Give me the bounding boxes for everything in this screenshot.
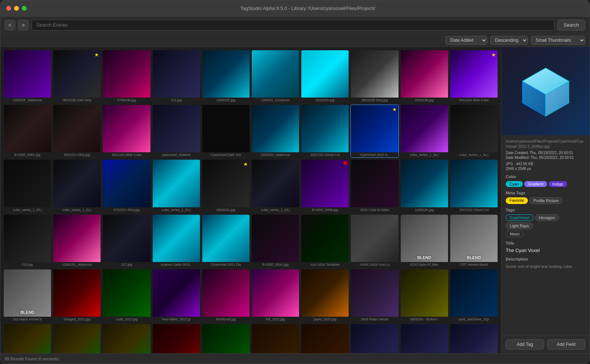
list-item[interactable]: ★ 091222A Blob Cube (450, 50, 498, 103)
blend-label: BLEND (467, 255, 481, 260)
back-button[interactable]: < (5, 20, 15, 30)
color-tag-indigo[interactable]: Indigo (549, 181, 567, 187)
add-tag-button[interactable]: Add Tag (506, 339, 544, 350)
list-item[interactable]: 120922K.jpg (400, 159, 448, 212)
list-item[interactable]: 120922E.jpg (202, 50, 250, 103)
list-item[interactable]: Post 13.png (301, 324, 349, 353)
list-item[interactable]: 120922G_Watermar (53, 214, 101, 268)
list-item[interactable]: cube_series_1_02.j (152, 159, 200, 212)
thumb-label: 091222A Blob Cube (450, 98, 498, 103)
list-item[interactable]: piano_2022.jpg (301, 269, 349, 322)
thumb-label: B-SIDE_003A.jpg (252, 262, 299, 267)
list-item[interactable]: 031523B.jpg (400, 50, 448, 103)
list-item[interactable]: ★ 050623A.jpg (202, 159, 250, 212)
list-item[interactable]: CyanVoxel Dark Vox (202, 105, 250, 158)
list-item[interactable]: 031523A.jpg (301, 50, 349, 103)
thumb-image (450, 324, 498, 353)
add-field-button[interactable]: Add Field (547, 339, 586, 350)
list-item[interactable]: AAA 1024 Template (301, 214, 349, 268)
list-item[interactable]: perk_machines_32p (450, 269, 498, 322)
list-item[interactable]: Post 11.png (202, 324, 250, 353)
list-item[interactable]: Kyanos Caste 0910.. (152, 214, 200, 268)
thumb-image (103, 215, 150, 262)
list-item[interactable]: cube_series_1_06.j (400, 105, 448, 158)
traffic-lights (6, 6, 27, 11)
search-button[interactable]: Search (557, 20, 585, 31)
tag-cyanvoxel[interactable]: CyanVoxel (506, 214, 533, 221)
meta-tag-profile-picture[interactable]: Profile Picture (529, 197, 563, 204)
list-item[interactable]: cube_series_1_05.j (3, 159, 51, 212)
list-item[interactable]: 222.jpg (152, 50, 200, 103)
list-item[interactable]: GIF cyanvoxel_dot_mat (102, 324, 150, 353)
maximize-button[interactable] (22, 6, 27, 11)
list-item[interactable]: charged_2022.jpg (53, 269, 101, 322)
minimize-button[interactable] (14, 6, 19, 11)
list-item[interactable]: GIF cyanvoxel_mono_cr (53, 324, 101, 353)
thumb-label: cube_series_1_01.j (53, 207, 101, 212)
sort-dir-select[interactable]: Descending Ascending (490, 36, 528, 45)
list-item[interactable]: 217.jpg (102, 214, 150, 268)
thumb-label: charged_2022.jpg (53, 317, 101, 322)
list-item[interactable]: ★ 082322B Dark Dirty (53, 50, 101, 103)
list-item[interactable]: code_2022.jpg (102, 269, 150, 322)
list-item[interactable]: Skull Plates Vector (350, 269, 399, 322)
list-item[interactable]: 091222A Blob Cube (102, 105, 150, 158)
list-item[interactable]: thumbnail.jpg (202, 269, 250, 322)
list-item[interactable]: 120922H_Watermar (251, 105, 299, 158)
list-item[interactable]: 072222A Dirty.jpg (102, 159, 150, 212)
tag-light-rays[interactable]: Light Rays (506, 222, 533, 229)
list-item[interactable]: ★ CyanVoxel 2022-3... (350, 105, 399, 158)
list-item[interactable]: AGNC-2018 Icon Lo (350, 214, 399, 268)
list-item[interactable]: GIF retro_pc_green@3x (3, 324, 51, 353)
star-badge: ★ (491, 52, 496, 58)
list-item[interactable]: Post 9.png (152, 324, 200, 353)
list-item[interactable]: BLEND Dot Matrix Printer.b (3, 269, 51, 322)
list-item[interactable]: 080920A - Broken I (400, 269, 448, 322)
list-item[interactable]: BLEND CRT Monitor.blend (450, 214, 498, 268)
meta-tag-favorite[interactable]: Favorite (506, 197, 528, 204)
list-item[interactable]: B-SIDE_003A.jpg (251, 214, 299, 268)
gallery-panel[interactable]: 120922F_Watermar ★ 082322B Dark Dirty 07… (0, 47, 501, 353)
view-mode-select[interactable]: Small Thumbnails Medium Thumbnails Large… (531, 36, 585, 45)
results-text: 89 Results Found (0 seconds) (5, 357, 59, 361)
list-item[interactable]: 081022A Dirty.jpg (53, 105, 101, 158)
thumb-image (103, 269, 150, 317)
list-item[interactable]: 082322B Dirty.jpg (350, 50, 399, 103)
list-item[interactable]: cyanvoxel_shattere (152, 105, 200, 158)
thumb-image (103, 160, 150, 207)
thumb-image: BLEND (450, 215, 498, 262)
list-item[interactable]: Post 3.png (450, 324, 498, 353)
list-item[interactable]: Post 1.png (350, 324, 399, 353)
list-item[interactable]: 100722C Ghost Cut (301, 105, 349, 158)
list-item[interactable]: 120922F_Watermar (3, 50, 51, 103)
sort-by-select[interactable]: Date Added Date Modified File Name File … (445, 36, 487, 45)
list-item[interactable]: 2022 Cube B-Sides (350, 159, 399, 212)
close-button[interactable] (6, 6, 11, 11)
color-tag-gradient[interactable]: Gradient (524, 181, 547, 187)
list-item[interactable]: B-SIDE_005B.jpg (301, 159, 349, 212)
list-item[interactable]: Post 2.png (400, 324, 448, 353)
list-item[interactable]: 070823B.jpg (102, 50, 150, 103)
list-item[interactable]: cube_series_1_01.j (53, 159, 101, 212)
list-item[interactable]: lofi_2022.jpg (251, 269, 299, 322)
forward-button[interactable]: > (18, 20, 28, 30)
detail-panel: /Users/cyanvoxel/Files/Projects/CyanVoxe… (501, 47, 590, 353)
tag-neon[interactable]: Neon (506, 231, 523, 237)
list-item[interactable]: 120922I_Compress (251, 50, 299, 103)
thumb-image (202, 50, 250, 98)
tag-hexagon[interactable]: Hexagon (535, 214, 559, 221)
list-item[interactable]: CyanVoxel 2021 Dis (202, 214, 250, 268)
list-item[interactable]: cube_series_1_03.j (251, 159, 299, 212)
search-input[interactable] (31, 20, 555, 31)
thumb-label: AAA 1024 Template (301, 262, 349, 267)
thumb-image (103, 105, 150, 152)
list-item[interactable]: 216.jpg (3, 214, 51, 268)
thumb-label: 080920A - Broken I (401, 317, 448, 322)
list-item[interactable]: new-oldies_2022.jp (152, 269, 200, 322)
list-item[interactable]: cube_series_1_04.j (450, 105, 498, 158)
color-tag-cyan[interactable]: Cyan (506, 181, 523, 187)
list-item[interactable]: 100722C Ghost Cut (450, 159, 498, 212)
list-item[interactable]: Post 10.png (251, 324, 299, 353)
list-item[interactable]: B-SIDE_006A.jpg (3, 105, 51, 158)
list-item[interactable]: BLEND 5150 Style PC.blen (400, 214, 448, 268)
